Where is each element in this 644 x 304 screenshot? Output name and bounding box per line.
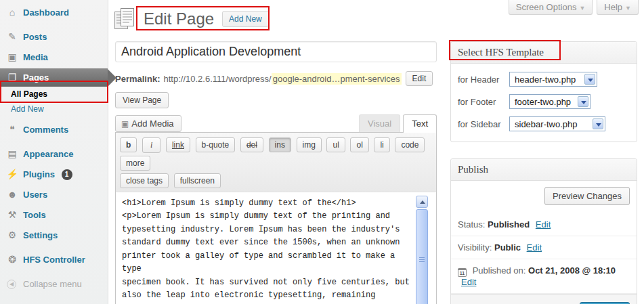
sidebar-item-dashboard[interactable]: ⌂ Dashboard [0, 3, 108, 22]
status-row: Status: Published Edit [451, 213, 637, 236]
img-button[interactable]: img [297, 137, 322, 152]
sidebar-item-label: Comments [23, 125, 68, 135]
publish-box-title: Publish [451, 159, 637, 181]
sidebar-item-label: Dashboard [23, 7, 69, 18]
chevron-down-icon [593, 118, 603, 129]
edit-published-link[interactable]: Edit [461, 277, 476, 287]
scroll-up-arrow-icon[interactable] [416, 196, 428, 208]
media-icon: ▣ [6, 51, 18, 63]
dashboard-icon: ⌂ [6, 7, 18, 18]
status-label: Status: [458, 219, 485, 230]
ul-button[interactable]: ul [326, 137, 345, 152]
blockquote-button[interactable]: b-quote [196, 137, 236, 152]
edit-visibility-link[interactable]: Edit [527, 242, 542, 253]
sidebar-item-label: Settings [23, 230, 58, 240]
sidebar-template-value: sidebar-two.php [515, 119, 578, 129]
page-title-input[interactable] [115, 41, 437, 62]
close-tags-button[interactable]: close tags [120, 173, 169, 188]
tab-visual[interactable]: Visual [359, 114, 400, 132]
status-value: Published [488, 219, 530, 230]
link-button[interactable]: link [166, 137, 190, 152]
sidebar-item-comments[interactable]: ❝ Comments [0, 121, 108, 139]
permalink-label: Permalink: [115, 74, 160, 84]
sidebar-item-hfs-controller[interactable]: ❂ HFS Controller [0, 251, 108, 269]
sidebar-item-label: Media [23, 52, 48, 62]
scrollbar-thumb[interactable] [416, 209, 428, 304]
content-textarea[interactable]: <h1>Lorem Ipsum is simply dummy text of … [116, 192, 416, 304]
sidebar-item-plugins[interactable]: ⚡ Plugins 1 [0, 165, 108, 183]
quicktags-toolbar: b i link b-quote del ins img ul ol li co… [116, 133, 436, 192]
collapse-menu-button[interactable]: ◀ Collapse menu [0, 275, 108, 293]
sidebar-item-appearance[interactable]: ▤ Appearance [0, 145, 108, 163]
edit-permalink-button[interactable]: Edit [406, 71, 433, 86]
sidebar-item-label: Users [23, 190, 47, 200]
plugins-count-badge: 1 [62, 169, 72, 180]
plugins-icon: ⚡ [6, 169, 18, 180]
sidebar-item-media[interactable]: ▣ Media [0, 48, 108, 66]
hfs-box-body: for Header header-two.php for Footer foo… [451, 64, 637, 142]
sidebar-item-add-new[interactable]: Add New [0, 102, 108, 116]
italic-button[interactable]: i [142, 137, 160, 153]
editor-column: Permalink: http://10.2.6.111/wordpress/g… [115, 41, 437, 304]
edit-status-link[interactable]: Edit [536, 219, 551, 230]
editor-tabs: Visual Text [356, 114, 437, 132]
editor-container: b i link b-quote del ins img ul ol li co… [115, 132, 437, 304]
code-button[interactable]: code [395, 137, 425, 152]
published-on-value: Oct 21, 2008 @ 18:10 [528, 265, 616, 276]
sidebar-item-all-pages[interactable]: All Pages [0, 87, 108, 102]
toolbar-row-1: b i link b-quote del ins img ul ol li co… [120, 136, 432, 172]
preview-changes-button[interactable]: Preview Changes [544, 187, 630, 205]
chevron-down-icon: ▼ [625, 5, 631, 12]
sidebar-template-select[interactable]: sidebar-two.php [509, 116, 605, 131]
del-button[interactable]: del [240, 137, 263, 152]
li-button[interactable]: li [374, 137, 389, 152]
tools-icon: ⚒ [6, 209, 18, 221]
header-template-value: header-two.php [515, 74, 576, 85]
bold-button[interactable]: b [120, 137, 137, 152]
sidebar-item-label: Plugins [23, 169, 55, 179]
gear-icon: ❂ [6, 254, 18, 265]
header-template-label: for Header [458, 74, 509, 85]
footer-template-select[interactable]: footer-two.php [509, 94, 591, 109]
collapse-arrow-icon: ◀ [7, 280, 16, 289]
editor-scrollbar[interactable] [416, 196, 428, 304]
sidebar-item-label: Tools [23, 210, 46, 220]
sidebar-item-settings[interactable]: ⚙ Settings [0, 226, 108, 244]
view-page-button[interactable]: View Page [115, 92, 169, 108]
visibility-label: Visibility: [458, 242, 492, 253]
media-icon: ▣ [121, 119, 129, 129]
admin-sidebar: ⌂ Dashboard ✎ Posts ▣ Media ❐ Pages All … [0, 0, 108, 304]
footer-template-value: footer-two.php [515, 97, 571, 107]
publish-box: Publish Preview Changes Status: Publishe… [450, 158, 637, 304]
header-template-select[interactable]: header-two.php [509, 72, 597, 87]
add-new-button[interactable]: Add New [222, 11, 269, 27]
fullscreen-button[interactable]: fullscreen [174, 173, 221, 188]
sidebar-item-pages[interactable]: ❐ Pages [0, 68, 108, 87]
published-on-row: 11 Published on: Oct 21, 2008 @ 18:10 Ed… [451, 259, 637, 294]
toolbar-row-2: close tags fullscreen [120, 172, 432, 190]
editor-header: ▣Add Media Visual Text [115, 114, 437, 132]
ol-button[interactable]: ol [350, 137, 368, 152]
sidebar-item-posts[interactable]: ✎ Posts [0, 28, 108, 46]
sidebar-template-row: for Sidebar sidebar-two.php [458, 116, 630, 131]
footer-template-row: for Footer footer-two.php [458, 94, 630, 109]
sidebar-item-tools[interactable]: ⚒ Tools [0, 206, 108, 224]
sidebar-item-users[interactable]: ☻ Users [0, 186, 108, 204]
ins-button[interactable]: ins [269, 137, 291, 152]
sidebar-item-label: Posts [23, 32, 47, 42]
permalink-slug[interactable]: google-android…pment-services [272, 73, 402, 85]
screen-options-button[interactable]: Screen Options▼ [509, 0, 593, 15]
tab-text[interactable]: Text [403, 114, 437, 133]
sidebar-item-label: Pages [23, 72, 49, 83]
sidebar-template-label: for Sidebar [458, 119, 509, 129]
collapse-menu-label: Collapse menu [23, 279, 82, 289]
edit-page-icon [114, 7, 135, 31]
add-media-button[interactable]: ▣Add Media [115, 115, 181, 132]
help-button[interactable]: Help▼ [597, 0, 639, 15]
more-button[interactable]: more [120, 156, 150, 171]
users-icon: ☻ [6, 189, 18, 200]
chevron-down-icon [578, 96, 588, 107]
visibility-row: Visibility: Public Edit [451, 236, 637, 259]
topbar-buttons: Screen Options▼ Help▼ [509, 0, 639, 15]
sidebar-item-label: HFS Controller [23, 255, 85, 265]
